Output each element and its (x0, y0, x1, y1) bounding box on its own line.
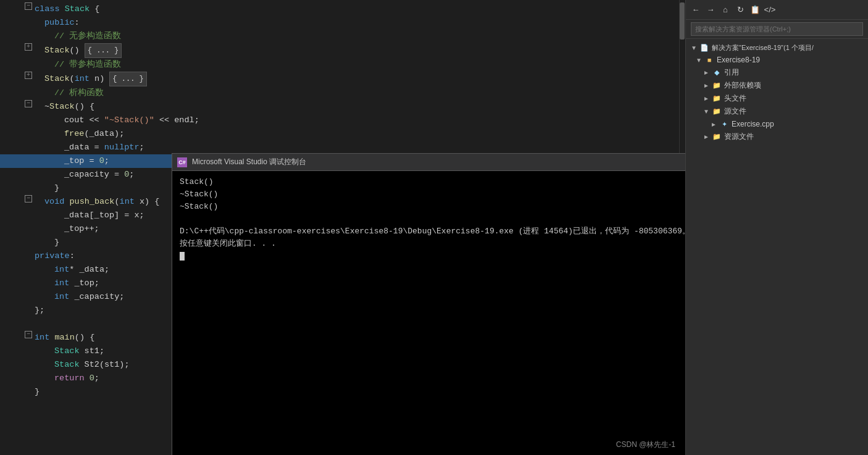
code-content-8: ~Stack() { (35, 100, 680, 114)
debug-titlebar: C# Microsoft Visual Studio 调试控制台 — (172, 154, 685, 171)
expand-ref: ► (703, 69, 711, 76)
external-icon: 📁 (712, 81, 722, 91)
se-label-project: Exercise8-19 (717, 56, 760, 64)
se-label-external: 外部依赖项 (724, 80, 761, 91)
csdn-watermark: CSDN @林先生-1 (616, 440, 675, 450)
debug-output[interactable]: Stack() ~Stack() ~Stack() D:\C++代码\cpp-c… (172, 171, 685, 455)
se-item-resources[interactable]: ► 📁 资源文件 (686, 130, 868, 143)
project-icon: ■ (704, 55, 714, 65)
right-panel: ← → ⌂ ↻ 📋 </> ▼ 📄 解决方案"Exercise8-19"(1 个… (685, 0, 868, 455)
resources-icon: 📁 (712, 132, 722, 142)
se-label-ref: 引用 (724, 67, 739, 78)
toolbar-right: ← → ⌂ ↻ 📋 </> (686, 0, 868, 20)
code-line-7: // 析构函数 (0, 86, 685, 100)
solution-search-input[interactable] (691, 22, 863, 36)
se-label-cpp: Exercise.cpp (732, 120, 774, 128)
scroll-thumb[interactable] (680, 2, 685, 40)
code-line-2: public: (0, 16, 685, 30)
expand-project: ▼ (696, 57, 703, 64)
headers-icon: 📁 (712, 94, 722, 104)
code-content-11: _data = nullptr; (35, 141, 680, 154)
se-item-exercise-cpp[interactable]: ► ✦ Exercise.cpp (686, 118, 868, 130)
debug-console: C# Microsoft Visual Studio 调试控制台 — Stack… (172, 153, 685, 455)
copy-icon[interactable]: 📋 (749, 4, 761, 16)
code-content-6: Stack(int n) { ... } (35, 72, 680, 86)
expand-external: ► (703, 82, 711, 89)
se-label-solution: 解决方案"Exercise8-19"(1 个项目/ (712, 43, 814, 52)
expand-solution: ▼ (691, 44, 698, 51)
collapse-15[interactable]: − (25, 195, 32, 202)
back-icon[interactable]: ← (690, 4, 702, 16)
code-line-4: + Stack() { ... } (0, 43, 685, 58)
debug-path-line: D:\C++代码\cpp-classroom-exercises\Exercis… (180, 225, 685, 238)
search-row (686, 20, 868, 39)
home-icon[interactable]: ⌂ (719, 4, 732, 16)
code-content-7: // 析构函数 (35, 86, 680, 100)
code-content-5: // 带参构造函数 (35, 58, 680, 72)
code-content-1: class Stack { (35, 2, 680, 16)
debug-icon: C# (177, 157, 187, 167)
code-line-10: free(_data); (0, 127, 685, 141)
code-line-11: _data = nullptr; (0, 141, 685, 154)
expand-resources: ► (703, 133, 711, 140)
debug-path: D:\C++代码\cpp-classroom-exercises\Exercis… (180, 227, 685, 236)
code-line-5: // 带参构造函数 (0, 58, 685, 72)
code-panel: − class Stack { public: // 无参构造函数 + Stac… (0, 0, 685, 455)
se-label-resources: 资源文件 (724, 131, 754, 142)
se-item-project[interactable]: ▼ ■ Exercise8-19 (686, 54, 868, 66)
expand-sources: ▼ (703, 108, 711, 115)
collapse-8[interactable]: − (25, 100, 32, 107)
forward-icon[interactable]: → (704, 4, 717, 16)
se-item-headers[interactable]: ► 📁 头文件 (686, 92, 868, 105)
code-content-10: free(_data); (35, 127, 680, 141)
se-label-sources: 源文件 (724, 106, 746, 117)
se-item-external[interactable]: ► 📁 外部依赖项 (686, 79, 868, 92)
se-label-headers: 头文件 (724, 93, 746, 104)
code-line-6: + Stack(int n) { ... } (0, 72, 685, 86)
code-content-9: cout << "~Stack()" << endl; (35, 114, 680, 127)
sync-icon[interactable]: ↻ (734, 4, 746, 16)
ref-icon: ◆ (712, 68, 722, 78)
collapse-6[interactable]: + (25, 72, 32, 79)
debug-output-line-2: ~Stack() (180, 188, 685, 201)
solution-icon: 📄 (699, 43, 709, 52)
code-line-1: − class Stack { (0, 2, 685, 16)
code-line-9: cout << "~Stack()" << endl; (0, 114, 685, 127)
cpp-icon: ✦ (719, 119, 729, 129)
collapse-1[interactable]: − (25, 2, 32, 10)
solution-explorer: ▼ 📄 解决方案"Exercise8-19"(1 个项目/ ▼ ■ Exerci… (686, 39, 868, 455)
code-content-3: // 无参构造函数 (35, 30, 680, 43)
code-content-2: public: (35, 16, 680, 30)
sources-icon: 📁 (712, 107, 722, 117)
collapse-25[interactable]: − (25, 331, 32, 338)
se-item-ref[interactable]: ► ◆ 引用 (686, 66, 868, 79)
code-line-3: // 无参构造函数 (0, 30, 685, 43)
expand-cpp: ► (711, 121, 718, 128)
se-item-solution[interactable]: ▼ 📄 解决方案"Exercise8-19"(1 个项目/ (686, 41, 868, 54)
code-line-8: − ~Stack() { (0, 100, 685, 114)
debug-output-line-1: Stack() (180, 176, 685, 188)
code-icon[interactable]: </> (764, 4, 776, 16)
collapse-4[interactable]: + (25, 43, 32, 51)
debug-output-line-3: ~Stack() (180, 201, 685, 213)
debug-exit-line (180, 213, 685, 225)
se-item-sources[interactable]: ▼ 📁 源文件 (686, 105, 868, 118)
expand-headers: ► (703, 95, 711, 102)
cursor (180, 252, 185, 261)
debug-close-line: 按任意键关闭此窗口. . . (180, 238, 685, 250)
debug-title: Microsoft Visual Studio 调试控制台 (192, 157, 685, 167)
code-content-4: Stack() { ... } (35, 43, 680, 58)
debug-cursor-line (180, 250, 685, 262)
